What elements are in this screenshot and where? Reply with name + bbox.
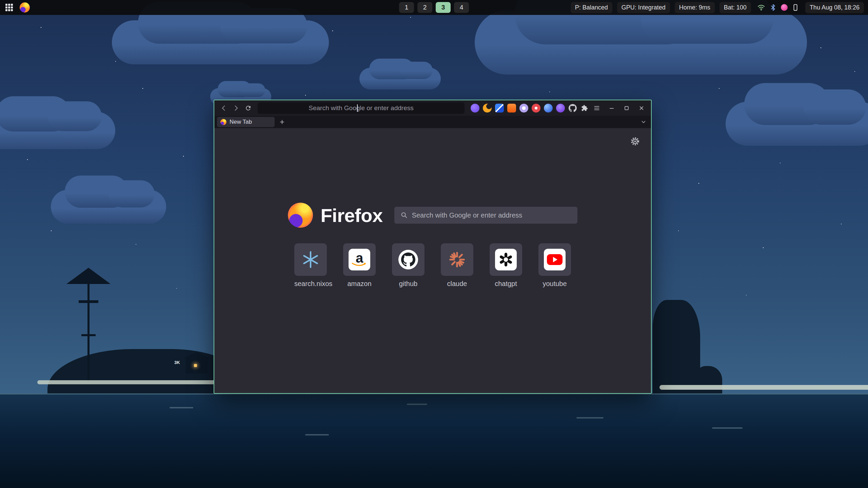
- shortcut-label: github: [392, 280, 425, 288]
- extension-buttons: [471, 104, 577, 113]
- shortcut-chatgpt[interactable]: chatgpt: [490, 243, 522, 288]
- reload-button[interactable]: [243, 103, 253, 113]
- shortcut-label: youtube: [538, 280, 571, 288]
- system-tray: [756, 3, 801, 12]
- shortcut-claude[interactable]: claude: [441, 243, 473, 288]
- firefox-favicon-icon: [220, 119, 226, 125]
- ping-indicator: Home: 9ms: [675, 2, 715, 13]
- extension-icon-3[interactable]: [495, 104, 504, 113]
- status-bar: 1 2 3 4 P: Balanced GPU: Integrated Home…: [0, 0, 868, 15]
- url-placeholder: Search with Google or enter address: [309, 104, 413, 112]
- shortcut-github[interactable]: github: [392, 243, 425, 288]
- firefox-window: Search with Google or enter address: [214, 100, 652, 394]
- shortcut-youtube[interactable]: youtube: [538, 243, 571, 288]
- workspace-switcher: 1 2 3 4: [399, 2, 469, 13]
- extension-icon-2[interactable]: [483, 104, 492, 113]
- firefox-logo: [288, 203, 313, 228]
- gpu-indicator: GPU: Integrated: [617, 2, 670, 13]
- shortcut-label: search.nixos: [294, 280, 327, 288]
- workspace-1[interactable]: 1: [399, 2, 414, 13]
- nixos-icon: [301, 250, 320, 269]
- desktop: 3K 1 2 3 4: [0, 0, 868, 488]
- app-launcher-button[interactable]: [4, 2, 14, 13]
- cloud: [112, 20, 329, 64]
- forward-button[interactable]: [231, 103, 241, 113]
- personalize-gear-button[interactable]: [631, 137, 639, 146]
- shortcut-label: claude: [441, 280, 473, 288]
- maximize-button[interactable]: [622, 103, 631, 113]
- tab-title: New Tab: [230, 119, 252, 125]
- search-icon: [400, 211, 408, 219]
- shortcut-label: chatgpt: [490, 280, 522, 288]
- close-button[interactable]: [637, 103, 646, 113]
- cloud: [51, 190, 166, 224]
- extension-icon-1[interactable]: [471, 104, 479, 113]
- gear-icon: [631, 137, 639, 146]
- beach-strip: [659, 385, 868, 390]
- extension-icon-4[interactable]: [507, 104, 516, 113]
- extension-icon-8[interactable]: [556, 104, 565, 113]
- shortcut-tiles: search.nixos a amazon: [214, 243, 651, 288]
- chatgpt-icon: [498, 252, 513, 267]
- navigation-toolbar: Search with Google or enter address: [214, 100, 651, 116]
- workspace-2[interactable]: 2: [417, 2, 432, 13]
- cloud: [359, 68, 441, 89]
- extension-icon-7[interactable]: [544, 104, 553, 113]
- tab-new-tab[interactable]: New Tab: [217, 117, 275, 127]
- new-tab-button[interactable]: [277, 117, 287, 127]
- url-bar[interactable]: Search with Google or enter address: [258, 102, 465, 114]
- firefox-taskbar-icon[interactable]: [20, 2, 30, 13]
- bluetooth-icon: [769, 4, 777, 11]
- island-sign: 3K: [174, 360, 180, 365]
- menu-button[interactable]: [592, 103, 601, 113]
- apps-grid-icon: [5, 3, 13, 12]
- power-profile-indicator: P: Balanced: [571, 2, 612, 13]
- back-button[interactable]: [219, 103, 229, 113]
- cloud: [0, 112, 115, 149]
- workspace-4[interactable]: 4: [454, 2, 469, 13]
- shortcut-search-nixos[interactable]: search.nixos: [294, 243, 327, 288]
- battery-indicator: Bat: 100: [719, 2, 751, 13]
- extension-icon-5[interactable]: [519, 104, 528, 113]
- clock: Thu Aug 08, 18:26: [805, 2, 864, 13]
- minimize-button[interactable]: [607, 103, 616, 113]
- hut-window-light: [194, 364, 197, 367]
- newtab-search-input[interactable]: [412, 211, 571, 219]
- github-icon: [401, 252, 415, 267]
- extension-icon-6[interactable]: [532, 104, 540, 113]
- newtab-search-box[interactable]: [394, 207, 577, 224]
- amazon-smile-icon: [352, 262, 367, 268]
- cloud: [475, 10, 807, 75]
- new-tab-page: Firefox: [214, 128, 651, 393]
- text-caret: [357, 104, 358, 112]
- firefox-branding: Firefox: [214, 203, 651, 228]
- watchtower-pole: [87, 281, 90, 383]
- cloud: [726, 102, 868, 146]
- shortcut-label: amazon: [343, 280, 376, 288]
- workspace-3-active[interactable]: 3: [436, 2, 451, 13]
- wifi-icon: [757, 3, 765, 12]
- list-all-tabs-button[interactable]: [639, 117, 648, 127]
- watchtower-platform: [81, 334, 96, 336]
- firefox-wordmark: Firefox: [320, 204, 382, 226]
- shortcut-amazon[interactable]: a amazon: [343, 243, 376, 288]
- extension-icon-github[interactable]: [568, 104, 577, 113]
- islet-silhouette: [653, 300, 700, 393]
- ocean: [0, 393, 868, 488]
- beach-strip: [37, 380, 234, 384]
- display-icon: [792, 4, 799, 11]
- watchtower-platform: [79, 300, 98, 303]
- tab-bar: New Tab: [214, 116, 651, 128]
- extensions-button[interactable]: [580, 103, 589, 113]
- youtube-icon: [547, 254, 563, 265]
- color-indicator-icon: [781, 4, 788, 11]
- claude-icon: [448, 250, 466, 269]
- window-controls: [607, 103, 646, 113]
